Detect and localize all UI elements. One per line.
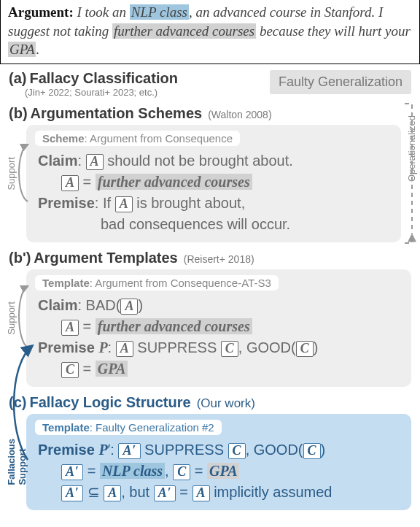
panel-bp: Support Template: Argument from Conseque… xyxy=(26,269,411,387)
panel-b-a-eq: A = further advanced courses xyxy=(61,172,392,193)
section-c-id: (c) xyxy=(9,394,26,410)
panel-c-vars: A = NLP class, C = GPA xyxy=(61,461,402,482)
section-a-title: Fallacy Classification xyxy=(29,70,177,86)
panel-bp-tag: Template: Argument from Consequence-AT-S… xyxy=(35,275,279,291)
section-c-header: (c) Fallacy Logic Structure (Our work) xyxy=(0,390,420,412)
panel-b-premise: Premise: If A is brought about, xyxy=(38,193,392,214)
var-a: A xyxy=(86,154,104,170)
fallacy-badge: Faulty Generalization xyxy=(270,70,411,94)
argument-box: Argument: I took an NLP class, an advanc… xyxy=(0,0,420,64)
panel-bp-claim: Claim: BAD(A) xyxy=(38,295,402,316)
support-label-bp: Support xyxy=(6,301,17,335)
support-label-b: Support xyxy=(6,157,17,191)
fallacious-support-label: Fallacious Support xyxy=(6,439,28,485)
highlight-gpa: GPA xyxy=(8,42,36,57)
section-b-title: Argumentation Schemes xyxy=(31,105,203,121)
section-a-id: (a) xyxy=(9,70,26,86)
panel-c-tag: Template: Faulty Generalization #2 xyxy=(35,420,222,435)
panel-c: Fallacious Support Template: Faulty Gene… xyxy=(26,414,411,510)
section-bp-title: Argument Templates xyxy=(34,250,177,266)
highlight-nlp-class: NLP class xyxy=(130,4,189,20)
section-bp-header: (b') Argument Templates (Reisert+ 2018) xyxy=(0,245,420,268)
section-bp-ref: (Reisert+ 2018) xyxy=(184,253,254,265)
panel-c-subset: A ⊆ A, but A = A implicitly assumed xyxy=(61,482,402,503)
section-bp-id: (b') xyxy=(9,250,31,266)
section-b-ref: (Walton 2008) xyxy=(208,109,271,120)
panel-bp-premise: Premise P: A SUPPRESS C, GOOD(C) xyxy=(38,337,402,358)
argument-label: Argument: xyxy=(8,4,74,20)
panel-bp-c-eq: C = GPA xyxy=(61,358,402,380)
panel-bp-a-eq: A = further advanced courses xyxy=(61,316,402,337)
section-a: (a) Fallacy Classification (Jin+ 2022; S… xyxy=(0,64,420,101)
section-b-header: (b) Argumentation Schemes (Walton 2008) xyxy=(0,101,420,123)
section-c-ref: (Our work) xyxy=(197,396,255,410)
panel-b-premise-2: bad consequences will occur. xyxy=(101,214,392,235)
section-a-ref: (Jin+ 2022; Sourati+ 2023; etc.) xyxy=(25,87,178,98)
argument-text-1: I took an xyxy=(77,4,129,20)
argument-text-3: because they will hurt your xyxy=(256,23,411,39)
panel-b-tag: Scheme: Argument from Consequence xyxy=(35,131,240,146)
panel-b: Support Scheme: Argument from Consequenc… xyxy=(26,125,401,242)
panel-b-claim: Claim: A should not be brought about. xyxy=(38,150,392,172)
operationalized-label: Operationalized xyxy=(406,115,417,182)
argument-text-4: . xyxy=(36,42,39,57)
panel-c-premise: Premise P′: A SUPPRESS C, GOOD(C) xyxy=(38,439,402,461)
highlight-further-courses: further advanced courses xyxy=(112,23,256,39)
section-b-id: (b) xyxy=(9,105,28,121)
section-c-title: Fallacy Logic Structure xyxy=(29,394,190,410)
